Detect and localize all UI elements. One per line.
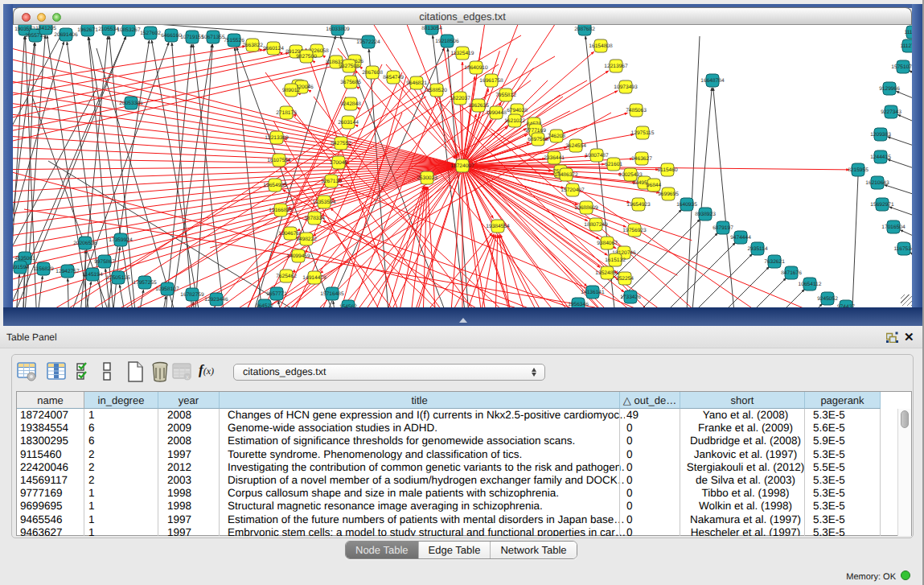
svg-text:2935114: 2935114 [747, 246, 768, 252]
svg-text:16648784: 16648784 [700, 78, 725, 84]
svg-text:10958107: 10958107 [155, 286, 179, 292]
svg-text:170046: 170046 [330, 160, 347, 166]
svg-text:3675685: 3675685 [340, 80, 361, 85]
svg-text:7663822: 7663822 [242, 43, 263, 48]
svg-text:8471676: 8471676 [781, 270, 802, 276]
svg-text:2336441: 2336441 [544, 155, 565, 161]
svg-text:18807249: 18807249 [584, 222, 608, 228]
svg-text:746208: 746208 [548, 134, 565, 139]
svg-text:3267130: 3267130 [321, 179, 342, 184]
svg-text:9699695: 9699695 [658, 192, 679, 197]
svg-text:989012: 989012 [282, 88, 300, 93]
svg-text:2718176: 2718176 [276, 110, 297, 116]
svg-text:11325419: 11325419 [451, 51, 474, 56]
svg-text:9384067: 9384067 [597, 241, 618, 246]
svg-text:6794028: 6794028 [507, 108, 528, 113]
svg-text:17957255: 17957255 [133, 280, 157, 286]
svg-text:1962671: 1962671 [77, 27, 98, 33]
svg-text:1841205: 1841205 [35, 26, 56, 31]
svg-text:8215955: 8215955 [848, 167, 869, 173]
svg-text:2105534: 2105534 [98, 27, 119, 32]
svg-text:1167534: 1167534 [893, 246, 912, 252]
svg-text:10807487: 10807487 [585, 153, 609, 159]
svg-text:10688609: 10688609 [574, 205, 598, 211]
svg-text:974437: 974437 [837, 304, 855, 307]
svg-text:7955812: 7955812 [495, 93, 516, 98]
svg-text:9242848: 9242848 [340, 101, 361, 107]
svg-text:621601: 621601 [605, 162, 622, 167]
svg-text:9115460: 9115460 [657, 167, 678, 173]
svg-text:7625462: 7625462 [276, 274, 297, 279]
svg-text:154562: 154562 [339, 304, 357, 307]
svg-text:15716485: 15716485 [320, 291, 344, 297]
svg-text:15751074: 15751074 [891, 64, 912, 70]
svg-text:2603144: 2603144 [338, 120, 359, 126]
svg-text:13524851: 13524851 [595, 270, 619, 276]
svg-text:20691406: 20691406 [54, 32, 78, 38]
svg-text:14136141: 14136141 [581, 290, 605, 295]
svg-text:19654935: 19654935 [263, 183, 287, 188]
svg-text:19218506: 19218506 [435, 39, 459, 44]
svg-text:9975867: 9975867 [94, 259, 115, 265]
svg-text:12923446: 12923446 [204, 297, 228, 303]
svg-text:19384554: 19384554 [486, 224, 510, 229]
svg-text:9474444: 9474444 [730, 235, 751, 241]
svg-text:16107554: 16107554 [267, 158, 291, 163]
svg-text:9463627: 9463627 [631, 156, 652, 162]
svg-text:12942757: 12942757 [55, 269, 80, 274]
svg-text:19166825: 19166825 [269, 208, 293, 213]
svg-text:8938923: 8938923 [695, 212, 716, 217]
svg-text:6466160: 6466160 [161, 33, 182, 39]
svg-text:6897568: 6897568 [528, 137, 548, 142]
svg-text:16210643: 16210643 [865, 180, 889, 186]
svg-text:9245052: 9245052 [817, 296, 838, 302]
svg-text:17359924: 17359924 [109, 237, 133, 243]
svg-text:11353594: 11353594 [313, 200, 336, 205]
svg-text:9827500: 9827500 [296, 54, 317, 60]
svg-text:391594: 391594 [13, 265, 29, 270]
svg-text:9498222: 9498222 [296, 237, 317, 242]
svg-text:x: x [186, 373, 189, 381]
svg-text:9657771: 9657771 [266, 291, 287, 297]
svg-text:10973493: 10973493 [614, 84, 638, 90]
svg-text:16961758: 16961758 [479, 78, 503, 84]
svg-text:15720407: 15720407 [561, 187, 585, 193]
svg-text:14914479: 14914479 [302, 275, 326, 281]
svg-text:1156829: 1156829 [33, 266, 54, 272]
svg-text:16782759: 16782759 [180, 292, 204, 298]
svg-text:15692971: 15692971 [870, 202, 894, 208]
svg-text:12213967: 12213967 [604, 64, 628, 69]
svg-text:6879197: 6879197 [713, 225, 733, 231]
svg-text:1640935: 1640935 [676, 202, 697, 208]
svg-text:1621022: 1621022 [504, 118, 525, 124]
svg-text:16033809: 16033809 [326, 27, 350, 32]
svg-text:111275: 111275 [900, 43, 912, 49]
svg-text:1822037: 1822037 [450, 96, 470, 101]
svg-text:14099459: 14099459 [286, 253, 310, 259]
svg-text:1145194: 1145194 [82, 272, 103, 278]
svg-text:8427552: 8427552 [331, 141, 351, 146]
svg-text:111213: 111213 [904, 30, 912, 35]
svg-text:10046766: 10046766 [278, 231, 302, 237]
svg-text:3624554: 3624554 [565, 143, 586, 149]
svg-text:20053346: 20053346 [119, 101, 143, 106]
svg-text:1990448: 1990448 [486, 110, 507, 116]
svg-text:17016504: 17016504 [881, 225, 906, 230]
svg-text:2087682: 2087682 [574, 27, 595, 32]
svg-text:9327508: 9327508 [339, 64, 359, 69]
svg-text:10671355: 10671355 [201, 35, 225, 40]
svg-text:12213369: 12213369 [265, 135, 289, 141]
svg-text:2867608: 2867608 [362, 70, 383, 76]
svg-text:19756923: 19756923 [622, 228, 647, 233]
svg-text:9227343: 9227343 [881, 109, 901, 115]
svg-text:2530023: 2530023 [417, 175, 437, 181]
svg-text:16154808: 16154808 [589, 43, 613, 49]
svg-text:10654112: 10654112 [799, 282, 822, 287]
svg-text:8813054: 8813054 [421, 26, 442, 31]
svg-text:9646821: 9646821 [406, 80, 427, 86]
svg-text:1956346: 1956346 [568, 302, 589, 307]
svg-text:20206536: 20206536 [73, 241, 97, 246]
svg-text:1244415: 1244415 [870, 154, 891, 160]
svg-text:9660124: 9660124 [263, 46, 284, 51]
svg-text:1588520: 1588520 [426, 88, 447, 93]
